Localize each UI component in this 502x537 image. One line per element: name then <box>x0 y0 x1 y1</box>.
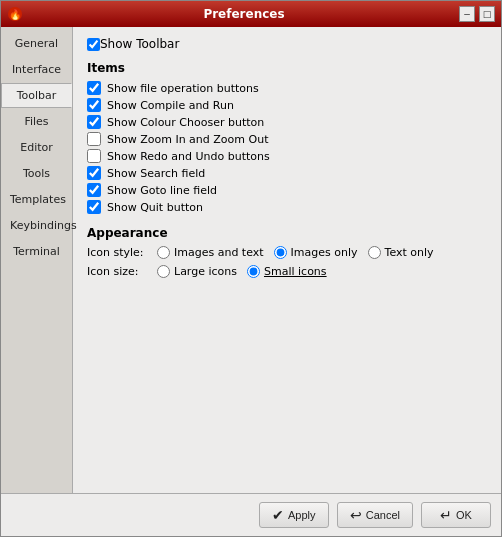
sidebar-item-interface[interactable]: Interface <box>1 57 72 82</box>
items-section: Items Show file operation buttons Show C… <box>87 61 487 214</box>
quit-button-label[interactable]: Show Quit button <box>107 201 203 214</box>
icon-style-label: Icon style: <box>87 246 157 259</box>
apply-label: Apply <box>288 509 316 521</box>
zoom-checkbox[interactable] <box>87 132 101 146</box>
window-controls: − □ <box>459 6 495 22</box>
cancel-icon: ↩ <box>350 507 362 523</box>
images-only-radio[interactable] <box>274 246 287 259</box>
search-field-checkbox[interactable] <box>87 166 101 180</box>
sidebar: General Interface Toolbar Files Editor T… <box>1 27 73 493</box>
ok-icon: ↵ <box>440 507 452 523</box>
apply-icon: ✔ <box>272 507 284 523</box>
file-ops-checkbox[interactable] <box>87 81 101 95</box>
titlebar: 🔥 Preferences − □ <box>1 1 501 27</box>
checkbox-row-redo-undo: Show Redo and Undo buttons <box>87 149 487 163</box>
large-icons-radio[interactable] <box>157 265 170 278</box>
cancel-button[interactable]: ↩ Cancel <box>337 502 413 528</box>
images-only-label: Images only <box>291 246 358 259</box>
checkbox-row-search: Show Search field <box>87 166 487 180</box>
goto-line-checkbox[interactable] <box>87 183 101 197</box>
search-field-label[interactable]: Show Search field <box>107 167 205 180</box>
small-icons-radio[interactable] <box>247 265 260 278</box>
text-only-label: Text only <box>385 246 434 259</box>
icon-size-row: Icon size: Large icons Small icons <box>87 265 487 278</box>
large-icons-option[interactable]: Large icons <box>157 265 237 278</box>
small-icons-label: Small icons <box>264 265 327 278</box>
content-area: General Interface Toolbar Files Editor T… <box>1 27 501 493</box>
small-icons-option[interactable]: Small icons <box>247 265 327 278</box>
checkbox-row-colour-chooser: Show Colour Chooser button <box>87 115 487 129</box>
appearance-section: Appearance Icon style: Images and text I… <box>87 226 487 278</box>
redo-undo-checkbox[interactable] <box>87 149 101 163</box>
images-text-label: Images and text <box>174 246 264 259</box>
checkbox-row-goto-line: Show Goto line field <box>87 183 487 197</box>
compile-run-checkbox[interactable] <box>87 98 101 112</box>
cancel-label: Cancel <box>366 509 400 521</box>
items-section-title: Items <box>87 61 487 75</box>
icon-style-row: Icon style: Images and text Images only <box>87 246 487 259</box>
checkbox-row-file-ops: Show file operation buttons <box>87 81 487 95</box>
checkbox-row-compile-run: Show Compile and Run <box>87 98 487 112</box>
app-icon: 🔥 <box>7 6 23 22</box>
checkbox-row-quit: Show Quit button <box>87 200 487 214</box>
show-toolbar-row: Show Toolbar <box>87 37 487 51</box>
svg-text:🔥: 🔥 <box>9 8 22 21</box>
sidebar-item-keybindings[interactable]: Keybindings <box>1 213 72 238</box>
apply-button[interactable]: ✔ Apply <box>259 502 329 528</box>
icon-style-radio-group: Images and text Images only Text only <box>157 246 434 259</box>
redo-undo-label[interactable]: Show Redo and Undo buttons <box>107 150 270 163</box>
footer: ✔ Apply ↩ Cancel ↵ OK <box>1 493 501 536</box>
preferences-window: 🔥 Preferences − □ General Interface Tool… <box>0 0 502 537</box>
show-toolbar-checkbox[interactable] <box>87 38 100 51</box>
ok-button[interactable]: ↵ OK <box>421 502 491 528</box>
images-text-option[interactable]: Images and text <box>157 246 264 259</box>
sidebar-item-tools[interactable]: Tools <box>1 161 72 186</box>
maximize-button[interactable]: □ <box>479 6 495 22</box>
show-toolbar-label[interactable]: Show Toolbar <box>100 37 179 51</box>
file-ops-label[interactable]: Show file operation buttons <box>107 82 259 95</box>
checkbox-row-zoom: Show Zoom In and Zoom Out <box>87 132 487 146</box>
goto-line-label[interactable]: Show Goto line field <box>107 184 217 197</box>
sidebar-item-toolbar[interactable]: Toolbar <box>1 83 72 108</box>
main-panel: Show Toolbar Items Show file operation b… <box>73 27 501 493</box>
window-title: Preferences <box>29 7 459 21</box>
icon-size-label: Icon size: <box>87 265 157 278</box>
large-icons-label: Large icons <box>174 265 237 278</box>
text-only-radio[interactable] <box>368 246 381 259</box>
sidebar-item-terminal[interactable]: Terminal <box>1 239 72 264</box>
compile-run-label[interactable]: Show Compile and Run <box>107 99 234 112</box>
images-only-option[interactable]: Images only <box>274 246 358 259</box>
icon-size-radio-group: Large icons Small icons <box>157 265 327 278</box>
ok-label: OK <box>456 509 472 521</box>
colour-chooser-checkbox[interactable] <box>87 115 101 129</box>
sidebar-item-editor[interactable]: Editor <box>1 135 72 160</box>
minimize-button[interactable]: − <box>459 6 475 22</box>
images-text-radio[interactable] <box>157 246 170 259</box>
zoom-label[interactable]: Show Zoom In and Zoom Out <box>107 133 268 146</box>
appearance-section-title: Appearance <box>87 226 487 240</box>
sidebar-item-templates[interactable]: Templates <box>1 187 72 212</box>
sidebar-item-general[interactable]: General <box>1 31 72 56</box>
text-only-option[interactable]: Text only <box>368 246 434 259</box>
colour-chooser-label[interactable]: Show Colour Chooser button <box>107 116 264 129</box>
sidebar-item-files[interactable]: Files <box>1 109 72 134</box>
quit-button-checkbox[interactable] <box>87 200 101 214</box>
